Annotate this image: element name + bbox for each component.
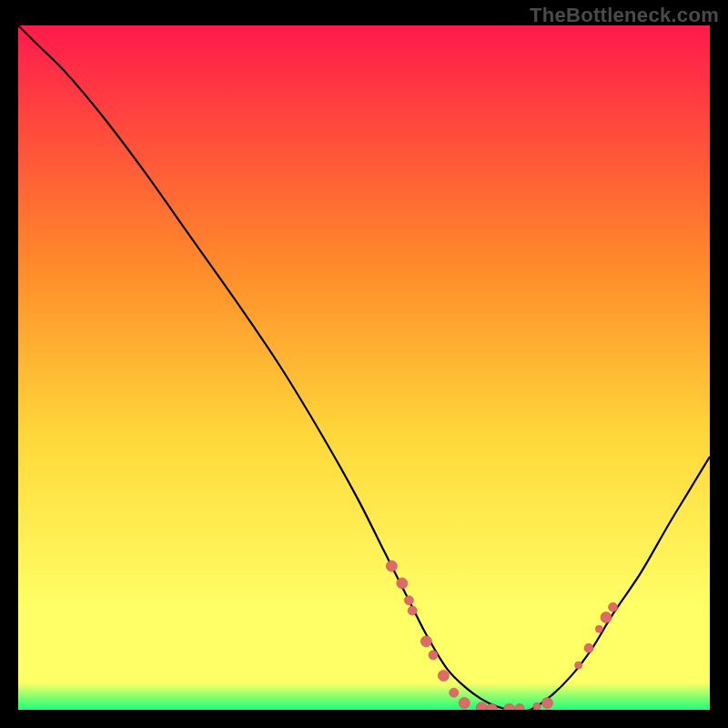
bottleneck-curve-chart (18, 25, 710, 710)
data-point (575, 662, 582, 669)
data-point (386, 561, 397, 571)
data-point (541, 697, 552, 708)
data-point (609, 602, 618, 612)
data-point (397, 578, 408, 589)
data-point (438, 670, 449, 681)
data-point (533, 703, 541, 710)
data-point (595, 625, 602, 632)
data-point (429, 651, 438, 660)
data-point (459, 697, 470, 708)
data-point (404, 596, 413, 605)
data-point (601, 612, 612, 622)
data-point (408, 606, 417, 615)
watermark-text: TheBottleneck.com (530, 4, 719, 27)
chart-frame: TheBottleneck.com (0, 0, 728, 728)
data-point (584, 643, 593, 652)
gradient-background (18, 25, 710, 710)
data-point (420, 636, 431, 647)
data-point (450, 688, 459, 697)
plot-area (18, 25, 710, 710)
